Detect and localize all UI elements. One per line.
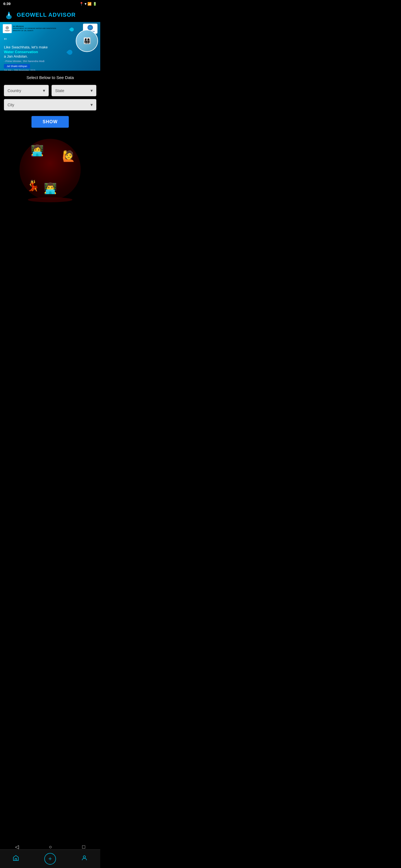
illustration-circle: 👩‍💻 💃 🙋 👨‍💻 bbox=[20, 139, 81, 200]
status-icons: 📍 ▾ 📶 🔋 bbox=[79, 2, 97, 6]
person-2-icon: 💃 bbox=[26, 180, 39, 192]
app-header: GEOWELL ADVISOR bbox=[0, 7, 100, 22]
status-time: 6:39 bbox=[3, 2, 10, 6]
pin-icon: 📍 bbox=[79, 2, 84, 6]
banner-badge: Jal Shakti Abhiyan bbox=[4, 64, 30, 68]
emblem-icon bbox=[3, 24, 12, 33]
banner-date: 1st July – 30th November, 2019 bbox=[4, 69, 96, 71]
person-3-icon: 🙋 bbox=[62, 150, 75, 162]
banner-circle-image: 👨‍👩‍👧‍👦 bbox=[76, 30, 98, 52]
ministry-text: जल शक्ति मंत्रालय DEPARTMENT OF DRINKING… bbox=[13, 26, 56, 32]
section-title: Select Below to See Data bbox=[4, 75, 96, 80]
show-button[interactable]: SHOW bbox=[31, 116, 69, 128]
svg-rect-3 bbox=[5, 30, 10, 31]
banner-attribution: - Prime Minister, Shri Narendra Modi bbox=[4, 60, 96, 63]
show-btn-container: SHOW bbox=[4, 116, 96, 128]
city-dropdown[interactable]: City ▾ City Mumbai Pune Bangalore bbox=[4, 99, 96, 111]
battery-icon: 🔋 bbox=[93, 2, 97, 6]
svg-point-1 bbox=[8, 13, 10, 16]
person-1-icon: 👩‍💻 bbox=[31, 145, 44, 157]
country-dropdown[interactable]: Country ▾ Country India bbox=[4, 85, 49, 96]
circle-shadow bbox=[28, 197, 73, 202]
signal-icon: 📶 bbox=[87, 2, 92, 6]
illustration-area: 👩‍💻 💃 🙋 👨‍💻 bbox=[4, 133, 96, 205]
banner-quote-line2: a Jan Andolan. bbox=[4, 54, 96, 59]
state-dropdown[interactable]: State ▾ State Maharashtra Delhi Karnatak… bbox=[52, 85, 96, 96]
status-bar: 6:39 📍 ▾ 📶 🔋 bbox=[0, 0, 100, 7]
city-row: City ▾ City Mumbai Pune Bangalore bbox=[4, 99, 96, 111]
svg-point-2 bbox=[6, 26, 9, 30]
banner: जल शक्ति मंत्रालय DEPARTMENT OF DRINKING… bbox=[0, 22, 100, 71]
app-title: GEOWELL ADVISOR bbox=[17, 12, 76, 18]
svg-rect-4 bbox=[6, 31, 9, 31]
country-state-row: Country ▾ Country India State ▾ State Ma… bbox=[4, 85, 96, 96]
person-center-icon: 👨‍💻 bbox=[44, 182, 57, 194]
app-logo-icon bbox=[4, 10, 14, 20]
wifi-icon: ▾ bbox=[85, 2, 86, 6]
left-logo: जल शक्ति मंत्रालय DEPARTMENT OF DRINKING… bbox=[3, 24, 56, 33]
main-content: Select Below to See Data Country ▾ Count… bbox=[0, 71, 100, 243]
